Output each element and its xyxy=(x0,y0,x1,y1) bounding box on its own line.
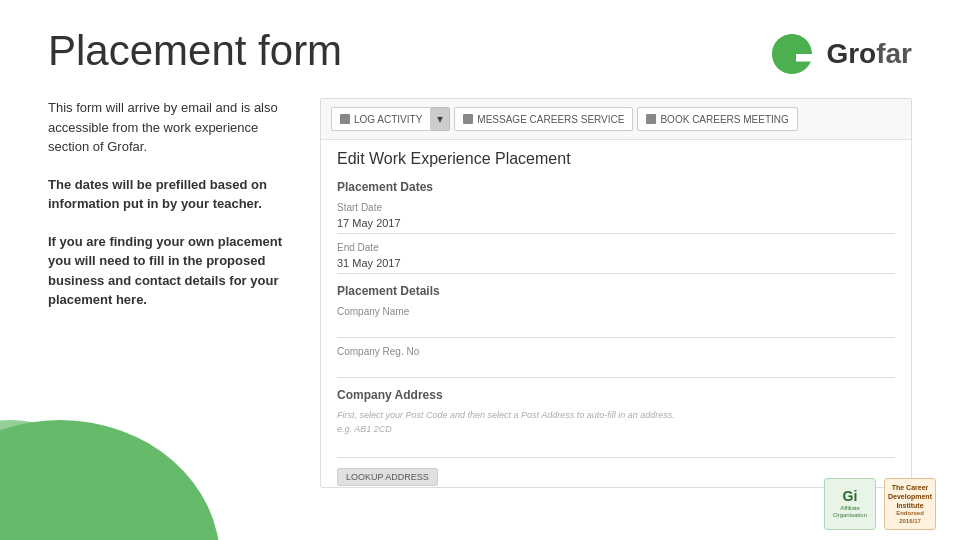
form-title: Edit Work Experience Placement xyxy=(337,150,895,168)
book-meeting-button[interactable]: BOOK CAREERS MEETING xyxy=(637,107,797,131)
placement-dates-label: Placement Dates xyxy=(337,180,895,194)
end-date-field: End Date 31 May 2017 xyxy=(337,242,895,274)
grofar-logo-text: Grofar xyxy=(826,38,912,70)
end-date-label: End Date xyxy=(337,242,895,253)
log-activity-button[interactable]: LOG ACTIVITY xyxy=(331,107,431,131)
logo-area: Grofar xyxy=(766,28,912,80)
log-activity-dropdown[interactable]: ▾ xyxy=(431,107,450,131)
gi-logo-badge: Gi Affiliate Organisation xyxy=(824,478,876,530)
message-icon xyxy=(463,114,473,124)
green-decorative-shape xyxy=(0,360,220,540)
company-address-label: Company Address xyxy=(337,388,895,402)
form-toolbar: LOG ACTIVITY ▾ MESSAGE CAREERS SERVICE B… xyxy=(321,99,911,140)
company-name-label: Company Name xyxy=(337,306,895,317)
start-date-value: 17 May 2017 xyxy=(337,215,895,234)
cdi-logo-badge: The Career Development Institute Endorse… xyxy=(884,478,936,530)
form-body: Edit Work Experience Placement Placement… xyxy=(321,140,911,488)
calendar-icon xyxy=(646,114,656,124)
address-hint-2: e.g. AB1 2CD xyxy=(337,424,895,434)
start-date-field: Start Date 17 May 2017 xyxy=(337,202,895,234)
left-para-2: The dates will be prefilled based on inf… xyxy=(48,175,288,214)
page-title: Placement form xyxy=(48,28,342,74)
form-panel: LOG ACTIVITY ▾ MESSAGE CAREERS SERVICE B… xyxy=(320,98,912,488)
grofar-g-icon xyxy=(766,28,818,80)
placement-details-label: Placement Details xyxy=(337,284,895,298)
company-name-input[interactable] xyxy=(337,319,895,338)
company-reg-label: Company Reg. No xyxy=(337,346,895,357)
company-reg-field: Company Reg. No xyxy=(337,346,895,378)
end-date-value: 31 May 2017 xyxy=(337,255,895,274)
company-reg-input[interactable] xyxy=(337,359,895,378)
bottom-logos: Gi Affiliate Organisation The Career Dev… xyxy=(824,478,936,530)
message-careers-button[interactable]: MESSAGE CAREERS SERVICE xyxy=(454,107,633,131)
left-para-3: If you are finding your own placement yo… xyxy=(48,232,288,310)
address-input-area xyxy=(337,438,895,458)
lookup-address-button[interactable]: LOOKUP ADDRESS xyxy=(337,468,438,486)
start-date-label: Start Date xyxy=(337,202,895,213)
company-name-field: Company Name xyxy=(337,306,895,338)
address-hint-1: First, select your Post Code and then se… xyxy=(337,410,895,420)
log-activity-icon xyxy=(340,114,350,124)
logo-text: Grofar xyxy=(826,38,912,69)
left-para-1: This form will arrive by email and is al… xyxy=(48,98,288,157)
header: Placement form Grofar xyxy=(0,0,960,80)
